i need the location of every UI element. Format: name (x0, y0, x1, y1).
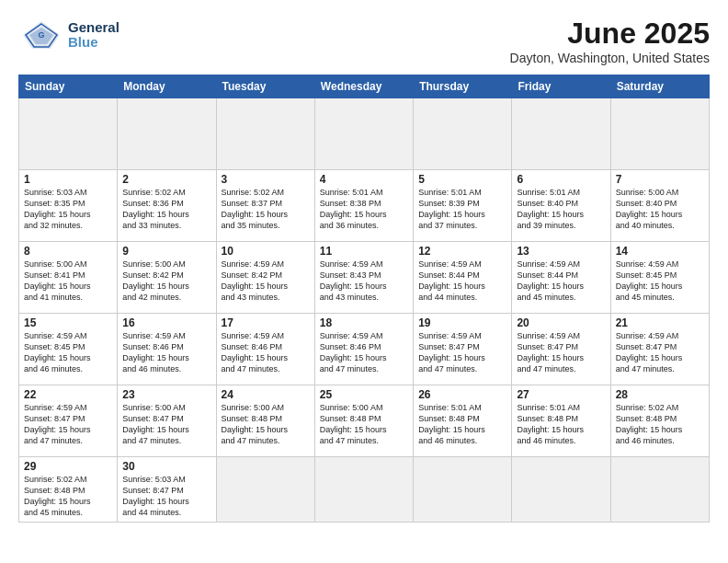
day-info: Sunrise: 4:59 AM Sunset: 8:46 PM Dayligh… (320, 330, 408, 375)
table-row (19, 98, 118, 170)
day-info: Sunrise: 4:59 AM Sunset: 8:42 PM Dayligh… (222, 259, 310, 304)
table-row: 30Sunrise: 5:03 AM Sunset: 8:47 PM Dayli… (118, 457, 216, 523)
logo: G General Blue (18, 17, 119, 53)
day-info: Sunrise: 4:59 AM Sunset: 8:45 PM Dayligh… (616, 259, 704, 304)
day-number: 23 (122, 388, 210, 401)
location: Dayton, Washington, United States (510, 51, 710, 65)
calendar-row: 15Sunrise: 4:59 AM Sunset: 8:45 PM Dayli… (19, 314, 710, 385)
day-info: Sunrise: 4:59 AM Sunset: 8:44 PM Dayligh… (418, 259, 506, 304)
col-sunday: Sunday (19, 75, 118, 98)
table-row: 29Sunrise: 5:02 AM Sunset: 8:48 PM Dayli… (19, 457, 118, 523)
col-saturday: Saturday (610, 75, 709, 98)
day-info: Sunrise: 4:59 AM Sunset: 8:44 PM Dayligh… (517, 259, 605, 304)
day-info: Sunrise: 4:59 AM Sunset: 8:46 PM Dayligh… (222, 330, 310, 375)
table-row (216, 98, 314, 170)
day-number: 26 (418, 388, 506, 401)
day-number: 4 (320, 173, 408, 186)
day-number: 20 (517, 316, 605, 329)
day-number: 30 (122, 460, 210, 473)
page: G General Blue June 2025 Dayton, Washing… (0, 0, 728, 563)
day-info: Sunrise: 4:59 AM Sunset: 8:47 PM Dayligh… (418, 330, 506, 375)
header: G General Blue June 2025 Dayton, Washing… (18, 17, 710, 65)
table-row (414, 98, 512, 170)
table-row: 2Sunrise: 5:02 AM Sunset: 8:36 PM Daylig… (118, 170, 216, 242)
day-info: Sunrise: 5:00 AM Sunset: 8:47 PM Dayligh… (122, 402, 210, 447)
day-info: Sunrise: 5:01 AM Sunset: 8:48 PM Dayligh… (517, 402, 605, 447)
table-row: 22Sunrise: 4:59 AM Sunset: 8:47 PM Dayli… (19, 385, 118, 457)
calendar-row: 22Sunrise: 4:59 AM Sunset: 8:47 PM Dayli… (19, 385, 710, 457)
day-number: 29 (24, 460, 112, 473)
day-number: 11 (320, 245, 408, 258)
table-row: 19Sunrise: 4:59 AM Sunset: 8:47 PM Dayli… (414, 314, 512, 385)
day-number: 22 (24, 388, 112, 401)
day-info: Sunrise: 4:59 AM Sunset: 8:43 PM Dayligh… (320, 259, 408, 304)
title-block: June 2025 Dayton, Washington, United Sta… (510, 17, 710, 65)
day-number: 24 (222, 388, 310, 401)
table-row (610, 98, 709, 170)
table-row: 11Sunrise: 4:59 AM Sunset: 8:43 PM Dayli… (314, 242, 413, 314)
calendar-row: 8Sunrise: 5:00 AM Sunset: 8:41 PM Daylig… (19, 242, 710, 314)
day-number: 12 (418, 245, 506, 258)
day-number: 7 (616, 173, 704, 186)
day-info: Sunrise: 4:59 AM Sunset: 8:47 PM Dayligh… (24, 402, 112, 447)
table-row (118, 98, 216, 170)
day-number: 18 (320, 316, 408, 329)
day-number: 27 (517, 388, 605, 401)
day-info: Sunrise: 5:01 AM Sunset: 8:48 PM Dayligh… (418, 402, 506, 447)
table-row: 9Sunrise: 5:00 AM Sunset: 8:42 PM Daylig… (118, 242, 216, 314)
day-info: Sunrise: 5:02 AM Sunset: 8:37 PM Dayligh… (222, 187, 310, 232)
col-thursday: Thursday (414, 75, 512, 98)
day-info: Sunrise: 5:02 AM Sunset: 8:36 PM Dayligh… (122, 187, 210, 232)
table-row: 15Sunrise: 4:59 AM Sunset: 8:45 PM Dayli… (19, 314, 118, 385)
table-row: 23Sunrise: 5:00 AM Sunset: 8:47 PM Dayli… (118, 385, 216, 457)
day-number: 10 (222, 245, 310, 258)
table-row: 18Sunrise: 4:59 AM Sunset: 8:46 PM Dayli… (314, 314, 413, 385)
logo-icon: G (18, 17, 64, 53)
col-wednesday: Wednesday (314, 75, 413, 98)
table-row: 25Sunrise: 5:00 AM Sunset: 8:48 PM Dayli… (314, 385, 413, 457)
table-row: 21Sunrise: 4:59 AM Sunset: 8:47 PM Dayli… (610, 314, 709, 385)
table-row: 28Sunrise: 5:02 AM Sunset: 8:48 PM Dayli… (610, 385, 709, 457)
table-row: 20Sunrise: 4:59 AM Sunset: 8:47 PM Dayli… (512, 314, 610, 385)
table-row: 24Sunrise: 5:00 AM Sunset: 8:48 PM Dayli… (216, 385, 314, 457)
table-row: 12Sunrise: 4:59 AM Sunset: 8:44 PM Dayli… (414, 242, 512, 314)
table-row (314, 98, 413, 170)
table-row: 13Sunrise: 4:59 AM Sunset: 8:44 PM Dayli… (512, 242, 610, 314)
month-title: June 2025 (510, 17, 710, 51)
day-info: Sunrise: 5:00 AM Sunset: 8:42 PM Dayligh… (122, 259, 210, 304)
day-number: 15 (24, 316, 112, 329)
logo-text: General Blue (68, 20, 119, 51)
day-number: 14 (616, 245, 704, 258)
calendar: Sunday Monday Tuesday Wednesday Thursday… (18, 75, 710, 523)
table-row: 10Sunrise: 4:59 AM Sunset: 8:42 PM Dayli… (216, 242, 314, 314)
calendar-row: 1Sunrise: 5:03 AM Sunset: 8:35 PM Daylig… (19, 170, 710, 242)
day-info: Sunrise: 5:03 AM Sunset: 8:47 PM Dayligh… (122, 474, 210, 519)
calendar-row (19, 98, 710, 170)
logo-blue: Blue (68, 35, 119, 51)
day-info: Sunrise: 5:00 AM Sunset: 8:48 PM Dayligh… (320, 402, 408, 447)
table-row (512, 457, 610, 523)
day-info: Sunrise: 5:01 AM Sunset: 8:40 PM Dayligh… (517, 187, 605, 232)
day-number: 17 (222, 316, 310, 329)
calendar-row: 29Sunrise: 5:02 AM Sunset: 8:48 PM Dayli… (19, 457, 710, 523)
day-number: 19 (418, 316, 506, 329)
day-number: 13 (517, 245, 605, 258)
logo-general: General (68, 20, 119, 36)
svg-text:G: G (38, 30, 44, 40)
day-number: 3 (222, 173, 310, 186)
day-info: Sunrise: 5:03 AM Sunset: 8:35 PM Dayligh… (24, 187, 112, 232)
day-number: 1 (24, 173, 112, 186)
day-number: 25 (320, 388, 408, 401)
table-row: 3Sunrise: 5:02 AM Sunset: 8:37 PM Daylig… (216, 170, 314, 242)
day-info: Sunrise: 5:00 AM Sunset: 8:41 PM Dayligh… (24, 259, 112, 304)
day-info: Sunrise: 5:00 AM Sunset: 8:40 PM Dayligh… (616, 187, 704, 232)
table-row: 7Sunrise: 5:00 AM Sunset: 8:40 PM Daylig… (610, 170, 709, 242)
table-row: 17Sunrise: 4:59 AM Sunset: 8:46 PM Dayli… (216, 314, 314, 385)
table-row (216, 457, 314, 523)
day-info: Sunrise: 4:59 AM Sunset: 8:45 PM Dayligh… (24, 330, 112, 375)
day-info: Sunrise: 5:02 AM Sunset: 8:48 PM Dayligh… (616, 402, 704, 447)
table-row: 27Sunrise: 5:01 AM Sunset: 8:48 PM Dayli… (512, 385, 610, 457)
day-number: 6 (517, 173, 605, 186)
col-tuesday: Tuesday (216, 75, 314, 98)
table-row: 1Sunrise: 5:03 AM Sunset: 8:35 PM Daylig… (19, 170, 118, 242)
